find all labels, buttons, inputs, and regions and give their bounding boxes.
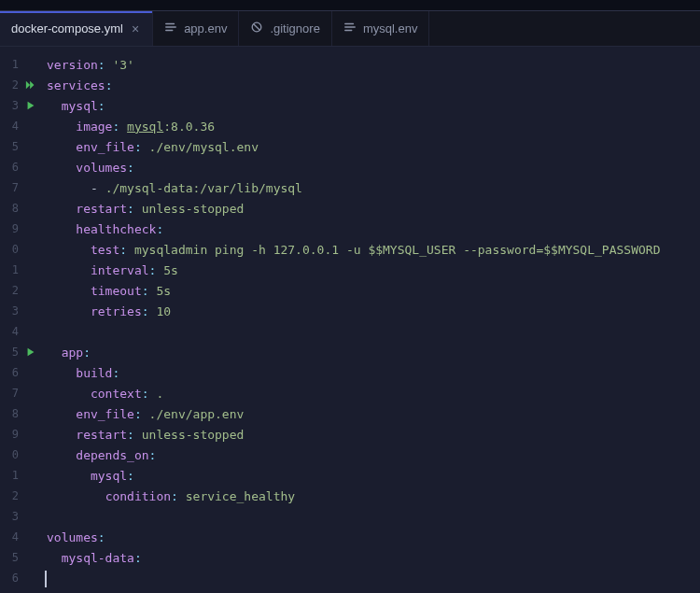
- tab-label: mysql.env: [363, 21, 418, 35]
- line-number: 2: [0, 284, 21, 297]
- code-line[interactable]: test: mysqladmin ping -h 127.0.0.1 -u $$…: [47, 239, 700, 260]
- line-number: 6: [0, 366, 21, 379]
- code-line[interactable]: [47, 506, 700, 527]
- code-line[interactable]: env_file: ./env/mysql.env: [47, 136, 700, 157]
- code-line[interactable]: version: '3': [47, 54, 700, 75]
- code-line[interactable]: restart: unless-stopped: [47, 424, 700, 445]
- line-number: 0: [0, 448, 21, 461]
- window-top-strip: [0, 0, 700, 11]
- code-line[interactable]: restart: unless-stopped: [47, 198, 700, 219]
- code-line[interactable]: timeout: 5s: [47, 280, 700, 301]
- run-icon[interactable]: [21, 346, 41, 358]
- code-line[interactable]: services:: [47, 75, 700, 95]
- svg-line-4: [254, 24, 260, 31]
- code-line[interactable]: depends_on:: [47, 445, 700, 465]
- line-number: 3: [0, 304, 21, 318]
- code-line[interactable]: mysql:: [47, 465, 700, 486]
- line-number: 5: [0, 551, 21, 564]
- line-number: 7: [0, 181, 21, 194]
- tab-docker-compose[interactable]: docker-compose.yml ×: [0, 11, 153, 46]
- line-number: 2: [0, 78, 21, 92]
- code-line[interactable]: [47, 568, 700, 588]
- tab-label: .gitignore: [270, 21, 319, 35]
- code-line[interactable]: app:: [47, 342, 700, 362]
- code-line[interactable]: mysql:: [47, 95, 700, 116]
- gutter: 12345678901234567890123456: [0, 47, 45, 593]
- code-line[interactable]: context: .: [47, 383, 700, 403]
- lines-icon: [343, 21, 357, 36]
- line-number: 3: [0, 99, 21, 112]
- svg-marker-9: [30, 81, 34, 90]
- line-number: 7: [0, 387, 21, 400]
- code-line[interactable]: interval: 5s: [47, 260, 700, 280]
- line-number: 0: [0, 243, 21, 256]
- tab-app-env[interactable]: app.env: [153, 11, 239, 46]
- editor: 12345678901234567890123456 version: '3's…: [0, 47, 700, 593]
- run-icon[interactable]: [21, 100, 41, 111]
- code-line[interactable]: volumes:: [47, 157, 700, 177]
- tab-label: docker-compose.yml: [11, 21, 123, 35]
- lines-icon: [164, 21, 177, 36]
- line-number: 4: [0, 530, 21, 544]
- line-number: 6: [0, 161, 21, 174]
- line-number: 5: [0, 346, 21, 359]
- line-number: 9: [0, 222, 21, 235]
- code-line[interactable]: env_file: ./env/app.env: [47, 403, 700, 424]
- run-all-icon[interactable]: [21, 79, 41, 91]
- tab-label: app.env: [184, 21, 227, 35]
- svg-marker-8: [26, 81, 30, 90]
- code-line[interactable]: - ./mysql-data:/var/lib/mysql: [47, 177, 700, 198]
- code-line[interactable]: condition: service_healthy: [47, 486, 700, 506]
- tab-bar: docker-compose.yml × app.env .gitignore …: [0, 11, 700, 47]
- line-number: 6: [0, 572, 21, 585]
- line-number: 2: [0, 489, 21, 502]
- close-icon[interactable]: ×: [130, 22, 141, 35]
- line-number: 1: [0, 58, 21, 71]
- code-line[interactable]: mysql-data:: [47, 547, 700, 568]
- tab-mysql-env[interactable]: mysql.env: [332, 11, 430, 46]
- line-number: 8: [0, 407, 21, 420]
- line-number: 3: [0, 510, 21, 523]
- block-icon: [250, 21, 263, 36]
- svg-marker-10: [28, 102, 35, 110]
- svg-marker-11: [28, 348, 35, 357]
- code-area[interactable]: version: '3'services: mysql: image: mysq…: [45, 47, 700, 593]
- line-number: 4: [0, 325, 21, 338]
- tab-gitignore[interactable]: .gitignore: [239, 11, 331, 46]
- cursor: [45, 571, 47, 587]
- code-line[interactable]: build:: [47, 362, 700, 383]
- code-line[interactable]: [47, 321, 700, 342]
- line-number: 1: [0, 263, 21, 276]
- line-number: 4: [0, 120, 21, 133]
- code-line[interactable]: healthcheck:: [47, 219, 700, 239]
- line-number: 9: [0, 428, 21, 441]
- line-number: 1: [0, 469, 21, 482]
- line-number: 5: [0, 140, 21, 153]
- code-line[interactable]: image: mysql:8.0.36: [47, 116, 700, 136]
- line-number: 8: [0, 202, 21, 215]
- code-line[interactable]: retries: 10: [47, 301, 700, 321]
- code-line[interactable]: volumes:: [47, 527, 700, 547]
